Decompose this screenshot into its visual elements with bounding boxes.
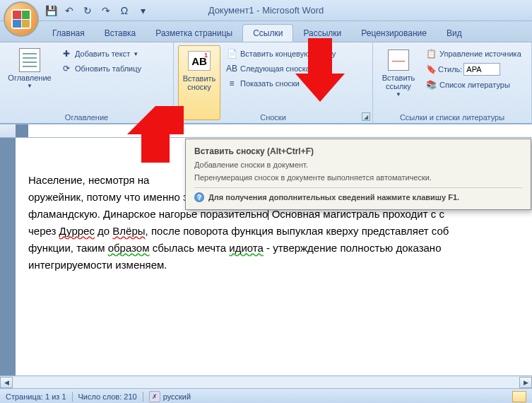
chevron-down-icon: ▾ xyxy=(141,5,146,16)
separator xyxy=(72,392,73,402)
svg-marker-1 xyxy=(295,38,345,102)
doc-text: Население, несмотря на xyxy=(28,174,149,186)
undo-icon: ↶ xyxy=(65,5,73,16)
scroll-track[interactable] xyxy=(13,377,519,388)
symbol-button[interactable]: Ω xyxy=(116,3,133,18)
toc-button-label: Оглавление xyxy=(8,74,51,82)
group-footnotes-label: Сноски xyxy=(174,113,372,122)
redo-icon: ↷ xyxy=(102,5,110,16)
title-bar: 💾 ↶ ↻ ↷ Ω ▾ Документ1 - Microsoft Word xyxy=(0,0,532,21)
doc-text: функции, таким xyxy=(28,242,108,254)
horizontal-ruler[interactable] xyxy=(0,124,532,138)
update-table-label: Обновить таблицу xyxy=(75,64,141,73)
ribbon: Оглавление ▼ ✚ Добавить текст ▼ ⟳ Обнови… xyxy=(0,42,532,124)
save-button[interactable]: 💾 xyxy=(42,3,59,18)
ribbon-tabs: Главная Вставка Разметка страницы Ссылки… xyxy=(0,21,532,42)
grammar-error: идиота xyxy=(229,242,264,254)
add-text-button[interactable]: ✚ Добавить текст ▼ xyxy=(58,47,144,61)
chevron-down-icon: ▼ xyxy=(133,51,138,57)
quick-access-toolbar: 💾 ↶ ↻ ↷ Ω ▾ xyxy=(42,3,151,18)
group-citations: — Вставить ссылку ▼ 📋 Управление источни… xyxy=(373,42,532,123)
bibliography-icon: 📚 xyxy=(425,79,437,90)
style-label: Стиль: xyxy=(438,65,462,74)
manage-sources-icon: 📋 xyxy=(425,48,437,59)
toc-button[interactable]: Оглавление ▼ xyxy=(4,45,55,120)
tab-view[interactable]: Вид xyxy=(437,25,472,42)
bibliography-label: Список литературы xyxy=(439,81,510,89)
status-bar: Страница: 1 из 1 Число слов: 210 ✗ русск… xyxy=(0,388,532,403)
view-mode-button[interactable] xyxy=(512,391,526,402)
screentip-help: ? Для получения дополнительных сведений … xyxy=(194,187,522,202)
save-icon: 💾 xyxy=(45,5,57,16)
tab-home[interactable]: Главная xyxy=(42,25,95,42)
horizontal-scrollbar[interactable]: ◀ ▶ xyxy=(0,375,532,388)
spell-error: Дуррес xyxy=(59,225,95,237)
insert-citation-label: Вставить ссылку xyxy=(379,74,418,90)
qat-customize-button[interactable]: ▾ xyxy=(134,3,151,18)
doc-text: до xyxy=(95,225,112,237)
scroll-left-button[interactable]: ◀ xyxy=(0,377,13,388)
bibliography-button[interactable]: 📚 Список литературы xyxy=(422,78,524,92)
toc-icon xyxy=(19,48,40,72)
scroll-right-button[interactable]: ▶ xyxy=(519,377,532,388)
window-title: Документ1 - Microsoft Word xyxy=(208,5,324,16)
citation-icon: — xyxy=(388,49,409,71)
tab-layout[interactable]: Разметка страницы xyxy=(146,25,242,42)
tab-insert[interactable]: Вставка xyxy=(95,25,146,42)
add-text-label: Добавить текст xyxy=(75,49,130,58)
omega-icon: Ω xyxy=(121,5,128,16)
page-indicator[interactable]: Страница: 1 из 1 xyxy=(6,392,66,401)
footnotes-dialog-launcher[interactable]: ◢ xyxy=(362,112,370,121)
group-citations-label: Ссылки и списки литературы xyxy=(373,113,531,122)
chevron-down-icon: ▼ xyxy=(396,91,401,98)
screentip: Вставить сноску (Alt+Ctrl+F) Добавление … xyxy=(185,139,531,210)
left-margin xyxy=(0,138,16,375)
update-icon: ⟳ xyxy=(61,63,72,74)
update-table-button[interactable]: ⟳ Обновить таблицу xyxy=(58,62,144,76)
repeat-button[interactable]: ↻ xyxy=(79,3,96,18)
doc-text: через xyxy=(28,225,59,237)
annotation-arrow-right xyxy=(295,38,345,102)
annotation-arrow-left xyxy=(127,106,184,163)
tab-review[interactable]: Рецензирование xyxy=(351,25,437,42)
add-text-icon: ✚ xyxy=(61,48,72,59)
svg-marker-0 xyxy=(127,106,184,163)
office-logo-icon xyxy=(11,9,31,29)
language-indicator[interactable]: русский xyxy=(163,392,191,401)
repeat-icon: ↻ xyxy=(83,5,92,16)
help-icon: ? xyxy=(194,192,204,202)
citation-style-field: 🔖 Стиль: xyxy=(422,62,524,77)
style-icon: 🔖 xyxy=(425,64,437,75)
doc-text: сбылась мечта xyxy=(150,242,230,254)
word-count[interactable]: Число слов: 210 xyxy=(78,392,137,401)
show-notes-label: Показать сноски xyxy=(240,79,300,88)
office-button[interactable] xyxy=(4,1,39,37)
manage-sources-button[interactable]: 📋 Управление источника xyxy=(422,47,524,61)
chevron-down-icon: ▼ xyxy=(27,83,32,89)
footnote-icon: AB1 xyxy=(188,51,211,71)
insert-citation-button[interactable]: — Вставить ссылку ▼ xyxy=(377,45,420,120)
manage-sources-label: Управление источника xyxy=(439,49,521,58)
doc-text: , после поворота функция выпуклая кверху… xyxy=(146,225,449,237)
endnote-icon: 📄 xyxy=(226,48,237,59)
next-footnote-icon: AB xyxy=(226,63,237,74)
screentip-title: Вставить сноску (Alt+Ctrl+F) xyxy=(194,146,522,156)
screentip-desc: Добавление сноски в документ. xyxy=(194,160,522,169)
spell-error: Влёры xyxy=(112,225,145,237)
insert-footnote-button[interactable]: AB1 Вставить сноску xyxy=(178,45,220,120)
doc-text: - утверждение полностью доказано xyxy=(264,242,442,254)
screentip-desc2: Перенумерация сносок в документе выполня… xyxy=(194,173,522,182)
insert-footnote-label: Вставить сноску xyxy=(180,74,218,91)
show-notes-icon: ≡ xyxy=(226,78,237,89)
proofing-icon[interactable]: ✗ xyxy=(149,391,160,402)
tab-references[interactable]: Ссылки xyxy=(242,24,293,42)
redo-button[interactable]: ↷ xyxy=(97,3,114,18)
screentip-help-text: Для получения дополнительных сведений на… xyxy=(208,193,459,202)
doc-text: интегрируемости изменяем. xyxy=(28,259,167,271)
style-select[interactable] xyxy=(463,63,500,76)
separator xyxy=(143,392,143,402)
grammar-error: образом xyxy=(108,242,150,254)
undo-button[interactable]: ↶ xyxy=(61,3,78,18)
